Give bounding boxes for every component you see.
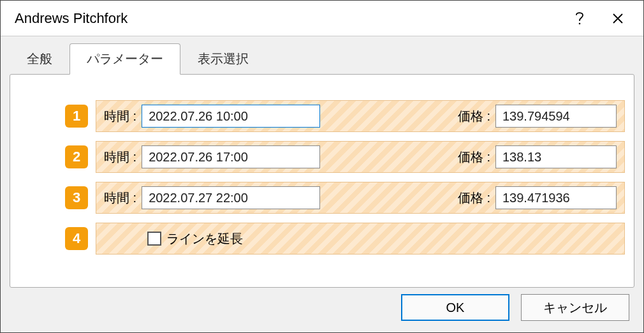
titlebar: Andrews Pitchfork (1, 1, 643, 36)
time-input-3[interactable] (142, 186, 320, 209)
tab-general[interactable]: 全般 (10, 43, 70, 75)
stripe-3: 時間 : 価格 : (96, 182, 625, 214)
extend-lines-control[interactable]: ラインを延長 (147, 230, 243, 248)
param-row-3: 3 時間 : 価格 : (19, 182, 625, 214)
extend-lines-checkbox[interactable] (147, 232, 161, 246)
time-label-3: 時間 : (104, 189, 136, 207)
param-row-2: 2 時間 : 価格 : (19, 141, 625, 173)
help-icon (574, 11, 585, 26)
tab-parameters[interactable]: パラメーター (70, 43, 180, 75)
price-label-3: 価格 : (458, 189, 490, 207)
tab-visibility[interactable]: 表示選択 (180, 43, 266, 75)
marker-3: 3 (65, 186, 88, 209)
tabstrip: 全般 パラメーター 表示選択 (10, 45, 634, 75)
dialog-window: Andrews Pitchfork 全般 パラメーター 表示選択 1 時間 : (0, 0, 644, 333)
param-row-1: 1 時間 : 価格 : (19, 100, 625, 132)
ok-button[interactable]: OK (401, 294, 509, 321)
close-icon (611, 12, 624, 25)
dialog-button-row: OK キャンセル (10, 294, 634, 321)
cancel-button[interactable]: キャンセル (521, 294, 629, 321)
time-label-1: 時間 : (104, 108, 136, 125)
extend-lines-label: ラインを延長 (166, 230, 243, 248)
marker-4: 4 (65, 227, 88, 250)
stripe-4: ラインを延長 (96, 223, 625, 255)
tab-panel-parameters: 1 時間 : 価格 : 2 時間 : 価格 : (10, 74, 634, 288)
dialog-title: Andrews Pitchfork (15, 10, 560, 27)
time-input-2[interactable] (142, 145, 320, 168)
marker-2: 2 (65, 145, 88, 168)
price-input-3[interactable] (495, 186, 617, 209)
price-label-1: 価格 : (458, 108, 490, 125)
stripe-1: 時間 : 価格 : (96, 100, 625, 132)
time-label-2: 時間 : (104, 149, 136, 166)
price-input-1[interactable] (495, 105, 617, 128)
client-area: 全般 パラメーター 表示選択 1 時間 : 価格 : 2 時間 : (1, 36, 643, 332)
price-input-2[interactable] (495, 145, 617, 168)
price-label-2: 価格 : (458, 149, 490, 166)
svg-point-0 (579, 22, 581, 24)
time-input-1[interactable] (142, 105, 320, 128)
param-row-4: 4 ラインを延長 (19, 223, 625, 255)
help-button[interactable] (560, 1, 599, 36)
marker-1: 1 (65, 105, 88, 128)
stripe-2: 時間 : 価格 : (96, 141, 625, 173)
close-button[interactable] (599, 1, 637, 36)
